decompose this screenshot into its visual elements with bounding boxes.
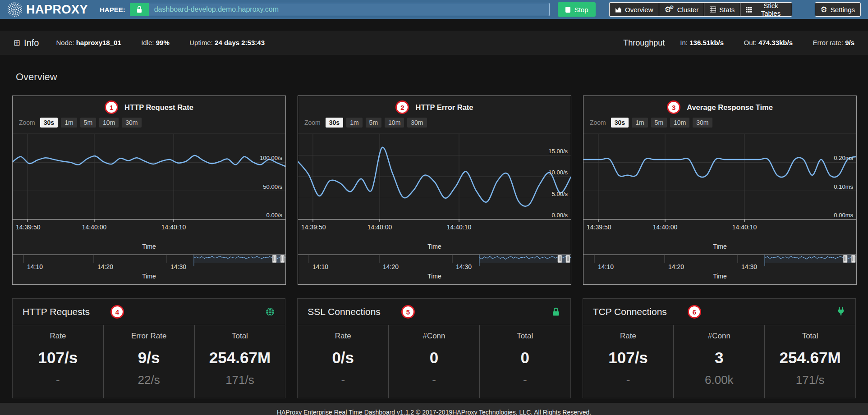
navigator-handle-left[interactable] bbox=[272, 255, 276, 263]
zoom-option-30s[interactable]: 30s bbox=[40, 118, 58, 128]
zoom-option-30m[interactable]: 30m bbox=[122, 118, 141, 128]
stat-column: #Conn36.00k bbox=[673, 325, 764, 398]
zoom-option-30m[interactable]: 30m bbox=[407, 118, 427, 128]
zoom-option-30s[interactable]: 30s bbox=[611, 118, 629, 128]
card-body: Rate107/s-#Conn36.00kTotal254.67M171/s bbox=[583, 325, 855, 398]
plus-square-icon: ⊞ bbox=[14, 38, 20, 48]
nav-button-group: Overview⚙⚙ClusterStatsStick Tables bbox=[609, 2, 792, 17]
haproxy-logo-icon bbox=[7, 2, 23, 17]
stat-value: 0 bbox=[389, 349, 479, 367]
svg-text:0.00ms: 0.00ms bbox=[834, 212, 853, 219]
brand: HAPROXY bbox=[7, 2, 88, 17]
nav-button-stats[interactable]: Stats bbox=[704, 2, 740, 17]
navigator-handle-left[interactable] bbox=[843, 255, 847, 263]
chart-navigator[interactable]: 14:1014:2014:30 bbox=[298, 252, 571, 271]
step-badge: 2 bbox=[395, 100, 409, 114]
zoom-option-30m[interactable]: 30m bbox=[693, 118, 712, 128]
zoom-option-5m[interactable]: 5m bbox=[80, 118, 96, 128]
stat-card: HTTP Requests 4 Rate107/s-Error Rate9/s2… bbox=[12, 298, 285, 398]
cogs-icon: ⚙⚙ bbox=[665, 6, 674, 14]
stat-label: Total bbox=[480, 332, 570, 341]
x-axis-title: Time bbox=[13, 243, 285, 252]
svg-text:14:40:10: 14:40:10 bbox=[161, 223, 186, 231]
stat-column: Total254.67M171/s bbox=[764, 325, 855, 398]
stat-value: 9/s bbox=[104, 349, 194, 367]
chart-navigator[interactable]: 14:1014:2014:30 bbox=[13, 252, 285, 271]
stat-label: Rate bbox=[583, 332, 674, 341]
card-body: Rate0/s-#Conn0-Total0- bbox=[298, 325, 570, 398]
svg-text:14:10: 14:10 bbox=[312, 263, 328, 270]
brand-name: HAPROXY bbox=[26, 3, 88, 17]
zoom-option-10m[interactable]: 10m bbox=[670, 118, 689, 128]
th-icon bbox=[746, 6, 752, 13]
stat-subvalue: 22/s bbox=[104, 373, 194, 387]
svg-text:14:30: 14:30 bbox=[456, 263, 472, 270]
stat-label: Total bbox=[765, 332, 855, 341]
svg-text:14:10: 14:10 bbox=[598, 263, 614, 270]
nav-button-stick-tables[interactable]: Stick Tables bbox=[740, 2, 792, 17]
lock-button[interactable] bbox=[130, 3, 149, 16]
footer: HAProxy Enterprise Real Time Dashboard v… bbox=[0, 403, 868, 415]
card-header: HTTP Requests 4 bbox=[13, 299, 285, 325]
step-badge: 6 bbox=[688, 305, 701, 319]
stat-subvalue: - bbox=[583, 373, 674, 387]
throughput-group: Throughput In: 136.51kb/s Out: 474.33kb/… bbox=[623, 38, 854, 48]
info-stat: Out: 474.33kb/s bbox=[744, 39, 793, 46]
nav-button-overview[interactable]: Overview bbox=[609, 2, 659, 17]
settings-label: Settings bbox=[831, 6, 855, 14]
svg-text:14:39:50: 14:39:50 bbox=[301, 223, 326, 231]
zoom-option-10m[interactable]: 10m bbox=[385, 118, 404, 128]
zoom-option-10m[interactable]: 10m bbox=[99, 118, 119, 128]
step-badge: 3 bbox=[667, 100, 680, 114]
stop-label: Stop bbox=[574, 6, 588, 14]
nav-button-label: Stick Tables bbox=[755, 2, 786, 17]
svg-text:14:39:50: 14:39:50 bbox=[16, 223, 41, 231]
navigator-handle-right[interactable] bbox=[851, 255, 855, 263]
navigator-handle-left[interactable] bbox=[558, 255, 562, 263]
chart-header: 3 Average Response Time bbox=[583, 99, 856, 116]
svg-text:14:40:10: 14:40:10 bbox=[447, 223, 472, 231]
nav-button-label: Stats bbox=[719, 6, 735, 14]
hapee-label: HAPEE: bbox=[100, 6, 125, 14]
footer-text: HAProxy Enterprise Real Time Dashboard v… bbox=[277, 409, 591, 415]
url-input[interactable] bbox=[149, 3, 550, 16]
info-left: ⊞ Info Node: haproxy18_01 Idle: 99% Upti… bbox=[14, 38, 265, 48]
stat-column: Total0- bbox=[479, 325, 570, 398]
zoom-option-5m[interactable]: 5m bbox=[651, 118, 667, 128]
zoom-option-5m[interactable]: 5m bbox=[366, 118, 381, 128]
zoom-option-1m[interactable]: 1m bbox=[346, 118, 362, 128]
stat-label: Rate bbox=[298, 332, 388, 341]
chart-title: HTTP Request Rate bbox=[124, 103, 193, 112]
chart-title: Average Response Time bbox=[687, 103, 773, 112]
card-title: SSL Connections bbox=[308, 306, 381, 317]
svg-text:14:30: 14:30 bbox=[170, 263, 186, 270]
stop-icon bbox=[565, 7, 570, 13]
svg-text:14:10: 14:10 bbox=[27, 263, 43, 270]
x-axis-title: Time bbox=[298, 243, 571, 252]
zoom-controls: Zoom 30s1m5m10m30m bbox=[583, 116, 856, 130]
navigator-handle-right[interactable] bbox=[280, 255, 285, 263]
svg-text:100.00/s: 100.00/s bbox=[260, 155, 282, 161]
info-items: Node: haproxy18_01 Idle: 99% Uptime: 24 … bbox=[56, 39, 265, 47]
svg-text:14:30: 14:30 bbox=[741, 263, 757, 270]
navigator-handle-right[interactable] bbox=[566, 255, 570, 263]
info-toggle[interactable]: ⊞ Info bbox=[14, 38, 39, 48]
stat-value: 0 bbox=[480, 349, 570, 367]
step-badge: 5 bbox=[401, 305, 415, 319]
card-title: TCP Connections bbox=[593, 306, 667, 317]
zoom-option-1m[interactable]: 1m bbox=[61, 118, 77, 128]
settings-button[interactable]: ⚙ Settings bbox=[815, 2, 861, 17]
stat-subvalue: - bbox=[389, 373, 479, 387]
svg-text:14:39:50: 14:39:50 bbox=[587, 223, 611, 231]
plug-icon bbox=[836, 307, 845, 317]
zoom-option-1m[interactable]: 1m bbox=[632, 118, 648, 128]
stat-label: #Conn bbox=[674, 332, 764, 341]
svg-text:0.00/s: 0.00/s bbox=[266, 212, 283, 219]
url-group bbox=[130, 3, 550, 16]
chart-navigator[interactable]: 14:1014:2014:30 bbox=[583, 252, 856, 271]
nav-button-cluster[interactable]: ⚙⚙Cluster bbox=[659, 2, 704, 17]
zoom-option-30s[interactable]: 30s bbox=[326, 118, 343, 128]
lock-icon bbox=[551, 307, 560, 317]
stat-label: Total bbox=[195, 332, 285, 341]
stop-button[interactable]: Stop bbox=[558, 2, 596, 17]
